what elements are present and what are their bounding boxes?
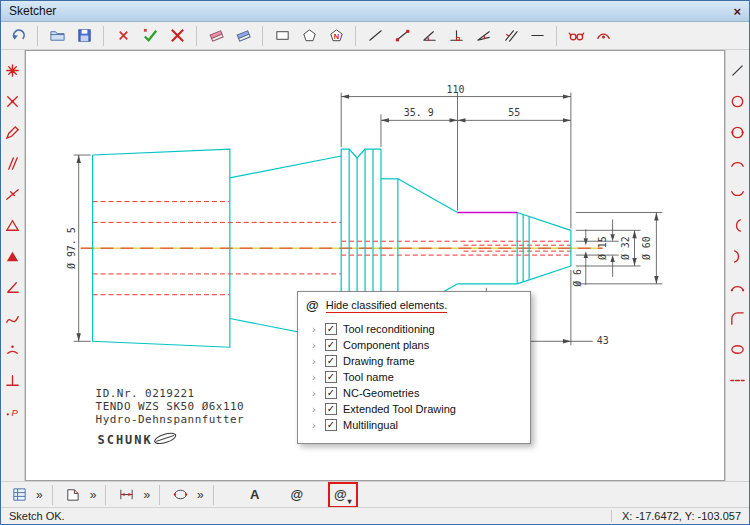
angle-tool-icon: [475, 27, 492, 44]
contour-select-button[interactable]: [61, 483, 85, 507]
angle-button[interactable]: [1, 275, 25, 299]
dim-60: Ø 60: [641, 236, 652, 260]
title-bar[interactable]: Sketcher ×: [1, 1, 749, 22]
circle-button[interactable]: [726, 89, 750, 113]
arc-endpoints-icon: [729, 279, 746, 296]
undo-button[interactable]: [6, 24, 30, 48]
delete-button[interactable]: [111, 24, 135, 48]
part-designation: TENDO WZS SK50 Ø6x110: [96, 400, 245, 413]
line-points-tool-button[interactable]: [390, 24, 414, 48]
at-tool-button[interactable]: @: [286, 483, 308, 507]
arc-up-button[interactable]: [726, 151, 750, 175]
dim-110: 110: [447, 84, 465, 95]
perpendicular-snap-button[interactable]: [1, 368, 25, 392]
separator: [262, 26, 263, 46]
arc-endpoints-button[interactable]: [726, 275, 750, 299]
expander-icon[interactable]: ›: [312, 324, 319, 335]
open-button[interactable]: [45, 24, 69, 48]
angle-line-tool-button[interactable]: [417, 24, 441, 48]
contour-expand-chevron[interactable]: »: [89, 488, 98, 502]
expander-icon[interactable]: ›: [312, 388, 319, 399]
dim-55: 55: [508, 107, 520, 118]
checkbox[interactable]: ✓: [325, 403, 337, 415]
circle-points-button[interactable]: [726, 120, 750, 144]
polygon-tool-icon: [301, 27, 318, 44]
ellipse-button[interactable]: [168, 483, 192, 507]
delete-icon: [115, 27, 132, 44]
expander-icon[interactable]: ›: [312, 420, 319, 431]
line-tool-button[interactable]: [363, 24, 387, 48]
checkbox[interactable]: ✓: [325, 339, 337, 351]
dim-35-9: 35. 9: [404, 107, 434, 118]
classified-elements-button[interactable]: @▾: [332, 483, 354, 507]
fillet-button[interactable]: [726, 306, 750, 330]
polygon-tool-button[interactable]: [297, 24, 321, 48]
text-tool-button[interactable]: A: [244, 483, 266, 507]
views-expand-chevron[interactable]: »: [35, 488, 44, 502]
sketch-pencil-button[interactable]: [1, 120, 25, 144]
title-block: ID.Nr. 0219221 TENDO WZS SK50 Ø6x110 Hyd…: [96, 387, 245, 448]
views-button[interactable]: [7, 483, 31, 507]
accept-button[interactable]: [138, 24, 162, 48]
item-label[interactable]: Drawing frame: [343, 355, 415, 367]
dim-32: Ø 32: [620, 236, 631, 260]
ellipse-tool-button[interactable]: [726, 337, 750, 361]
parallel-tool-button[interactable]: [498, 24, 522, 48]
hide-classified-elements-command[interactable]: Hide classified elements.: [326, 299, 448, 313]
spline-button[interactable]: [1, 306, 25, 330]
eraser-pink-button[interactable]: [204, 24, 228, 48]
display-options-button[interactable]: [591, 24, 615, 48]
cancel-button[interactable]: [165, 24, 189, 48]
diagonal-line-button[interactable]: [726, 58, 750, 82]
line-points-tool-icon: [394, 27, 411, 44]
expander-icon[interactable]: ›: [312, 340, 319, 351]
angle-tool-button[interactable]: [471, 24, 495, 48]
list-item: › ✓ Multilingual: [312, 417, 522, 433]
item-label[interactable]: Tool reconditioning: [343, 323, 435, 335]
arc-down-icon: [729, 186, 746, 203]
checkbox[interactable]: ✓: [325, 419, 337, 431]
triangle-button[interactable]: [1, 213, 25, 237]
item-label[interactable]: Multilingual: [343, 419, 398, 431]
left-toolbar: P: [1, 50, 25, 481]
dimension-icon: [118, 486, 135, 503]
ellipse-expand-chevron[interactable]: »: [196, 488, 205, 502]
item-label[interactable]: Tool name: [343, 371, 394, 383]
checkbox[interactable]: ✓: [325, 323, 337, 335]
right-toolbar: [725, 50, 749, 481]
item-label[interactable]: NC-Geometries: [343, 387, 419, 399]
expander-icon[interactable]: ›: [312, 372, 319, 383]
eraser-blue-icon: [235, 27, 252, 44]
fillet-icon: [729, 310, 746, 327]
triangle-filled-button[interactable]: [1, 244, 25, 268]
point-p-button[interactable]: P: [1, 399, 25, 423]
line-midpoint-button[interactable]: [1, 182, 25, 206]
perpendicular-tool-button[interactable]: [444, 24, 468, 48]
dimension-button[interactable]: [114, 483, 138, 507]
snap-point-button[interactable]: [1, 89, 25, 113]
dimension-expand-chevron[interactable]: »: [142, 488, 151, 502]
arc-right-button[interactable]: [726, 244, 750, 268]
dashed-line-button[interactable]: [726, 368, 750, 392]
eraser-blue-button[interactable]: [231, 24, 255, 48]
checkbox[interactable]: ✓: [325, 355, 337, 367]
arc-down-button[interactable]: [726, 182, 750, 206]
two-lines-button[interactable]: [1, 151, 25, 175]
close-button[interactable]: ×: [717, 4, 741, 19]
polygon-n-tool-button[interactable]: N: [324, 24, 348, 48]
view-glasses-button[interactable]: [564, 24, 588, 48]
item-label[interactable]: Extended Tool Drawing: [343, 403, 456, 415]
expander-icon[interactable]: ›: [312, 356, 319, 367]
item-label[interactable]: Component plans: [343, 339, 429, 351]
arc-point-button[interactable]: [1, 337, 25, 361]
horizontal-line-tool-button[interactable]: [525, 24, 549, 48]
snap-star-button[interactable]: [1, 58, 25, 82]
checkbox[interactable]: ✓: [325, 387, 337, 399]
sketcher-window: Sketcher × N: [0, 0, 750, 525]
expander-icon[interactable]: ›: [312, 404, 319, 415]
dim-15: Ø 15: [597, 236, 608, 260]
checkbox[interactable]: ✓: [325, 371, 337, 383]
rectangle-tool-button[interactable]: [270, 24, 294, 48]
save-button[interactable]: [72, 24, 96, 48]
arc-left-button[interactable]: [726, 213, 750, 237]
